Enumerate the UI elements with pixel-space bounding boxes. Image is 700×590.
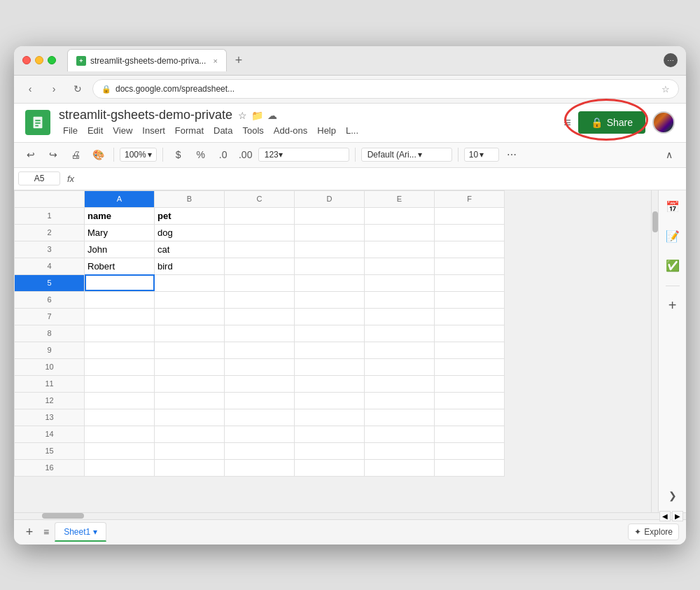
cell-E14[interactable] [365,426,435,442]
cell-E9[interactable] [365,342,435,358]
explore-btn[interactable]: ✦ Explore [628,524,679,540]
menu-view[interactable]: View [108,124,136,137]
row-header-7[interactable]: 7 [15,308,85,325]
cell-E13[interactable] [365,409,435,426]
cell-A9[interactable] [85,342,155,358]
row-header-13[interactable]: 13 [15,409,85,426]
user-avatar[interactable] [652,111,675,134]
cell-B4[interactable]: bird [155,258,225,274]
cell-E15[interactable] [365,442,435,459]
row-header-6[interactable]: 6 [15,291,85,308]
cell-C8[interactable] [225,325,295,342]
cell-A7[interactable] [85,308,155,325]
cell-reference-input[interactable] [18,171,60,185]
cell-B13[interactable] [155,409,225,426]
zoom-select[interactable]: 100% ▾ [120,148,157,162]
cell-B15[interactable] [155,442,225,459]
cell-A14[interactable] [85,426,155,442]
cell-E16[interactable] [365,459,435,476]
font-size-select[interactable]: 10 ▾ [464,148,499,162]
cell-A6[interactable] [85,291,155,308]
cell-B6[interactable] [155,291,225,308]
cell-E7[interactable] [365,308,435,325]
col-header-D[interactable]: D [295,190,365,207]
cell-E3[interactable] [365,241,435,258]
new-tab-btn[interactable]: + [235,53,243,68]
cell-B16[interactable] [155,459,225,476]
row-header-11[interactable]: 11 [15,375,85,392]
decimal-decrease-btn[interactable]: .0 [214,145,233,164]
row-header-14[interactable]: 14 [15,426,85,442]
cell-D4[interactable] [295,258,365,274]
cell-C11[interactable] [225,375,295,392]
undo-btn[interactable]: ↩ [21,145,41,164]
cell-F15[interactable] [435,442,505,459]
cell-C6[interactable] [225,291,295,308]
bookmark-icon[interactable]: ☆ [662,84,670,94]
cell-A11[interactable] [85,375,155,392]
close-window-btn[interactable] [22,56,31,64]
cell-E6[interactable] [365,291,435,308]
cell-B3[interactable]: cat [155,241,225,258]
sheet-tab-dropdown-icon[interactable]: ▾ [93,527,97,537]
cell-E1[interactable] [365,207,435,224]
star-doc-icon[interactable]: ☆ [238,110,247,121]
cell-F6[interactable] [435,291,505,308]
col-header-F[interactable]: F [435,190,505,207]
cell-F8[interactable] [435,325,505,342]
cell-B14[interactable] [155,426,225,442]
cell-C13[interactable] [225,409,295,426]
move-icon[interactable]: 📁 [251,110,263,121]
cell-C3[interactable] [225,241,295,258]
chat-icon[interactable]: ≡ [564,115,571,130]
cell-D13[interactable] [295,409,365,426]
cell-A1[interactable]: name [85,207,155,224]
cell-C12[interactable] [225,392,295,409]
cell-F9[interactable] [435,342,505,358]
cell-F1[interactable] [435,207,505,224]
menu-addons[interactable]: Add-ons [270,124,312,137]
sidebar-expand-btn[interactable]: ❯ [663,486,682,505]
browser-menu-icon[interactable]: ⋯ [664,53,678,67]
font-family-select[interactable]: Default (Ari... ▾ [361,148,452,162]
menu-more[interactable]: L... [342,124,363,137]
forward-btn[interactable]: › [45,80,63,98]
cell-C4[interactable] [225,258,295,274]
cloud-icon[interactable]: ☁ [267,110,277,121]
cell-A13[interactable] [85,409,155,426]
cell-A4[interactable]: Robert [85,258,155,274]
formula-input[interactable] [81,174,682,184]
vertical-scrollbar[interactable] [651,190,658,512]
cell-A15[interactable] [85,442,155,459]
col-header-C[interactable]: C [225,190,295,207]
maximize-window-btn[interactable] [48,56,56,64]
cell-E11[interactable] [365,375,435,392]
row-header-4[interactable]: 4 [15,258,85,274]
cell-D16[interactable] [295,459,365,476]
cell-C9[interactable] [225,342,295,358]
menu-data[interactable]: Data [209,124,237,137]
add-sidebar-btn[interactable]: + [663,296,682,316]
cell-E5[interactable] [365,274,435,291]
cell-F7[interactable] [435,308,505,325]
cell-B1[interactable]: pet [155,207,225,224]
cell-A12[interactable] [85,392,155,409]
cell-B5[interactable] [155,274,225,291]
cell-E10[interactable] [365,358,435,375]
cell-C2[interactable] [225,224,295,241]
redo-btn[interactable]: ↪ [43,145,63,164]
cell-F3[interactable] [435,241,505,258]
share-button[interactable]: 🔒 Share [578,111,645,134]
row-header-10[interactable]: 10 [15,358,85,375]
cell-E2[interactable] [365,224,435,241]
cell-A10[interactable] [85,358,155,375]
row-header-12[interactable]: 12 [15,392,85,409]
cell-B10[interactable] [155,358,225,375]
cell-F2[interactable] [435,224,505,241]
tab-close-btn[interactable]: × [213,57,217,65]
col-header-B[interactable]: B [155,190,225,207]
notes-sidebar-icon[interactable]: 📝 [663,227,682,246]
cell-B11[interactable] [155,375,225,392]
cell-F5[interactable] [435,274,505,291]
paint-format-btn[interactable]: 🎨 [88,145,108,164]
